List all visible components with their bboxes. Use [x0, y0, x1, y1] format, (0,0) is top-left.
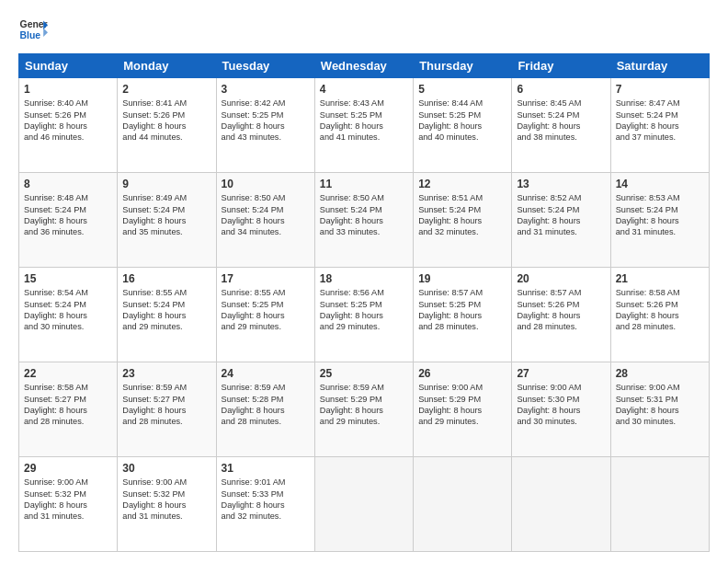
calendar-cell: 20Sunrise: 8:57 AM Sunset: 5:26 PM Dayli…	[512, 268, 610, 362]
day-number: 16	[122, 271, 210, 286]
day-number: 19	[418, 271, 506, 286]
calendar-cell: 1Sunrise: 8:40 AM Sunset: 5:26 PM Daylig…	[19, 78, 118, 173]
day-number: 28	[616, 366, 704, 381]
cell-details: Sunrise: 8:59 AM Sunset: 5:28 PM Dayligh…	[222, 382, 310, 428]
cell-details: Sunrise: 8:58 AM Sunset: 5:27 PM Dayligh…	[24, 382, 112, 428]
cell-details: Sunrise: 9:00 AM Sunset: 5:29 PM Dayligh…	[418, 382, 506, 428]
calendar-cell: 29Sunrise: 9:00 AM Sunset: 5:32 PM Dayli…	[19, 457, 118, 552]
calendar-cell: 24Sunrise: 8:59 AM Sunset: 5:28 PM Dayli…	[216, 362, 314, 457]
cell-details: Sunrise: 8:52 AM Sunset: 5:24 PM Dayligh…	[517, 192, 605, 238]
day-number: 7	[616, 82, 704, 97]
cell-details: Sunrise: 8:50 AM Sunset: 5:24 PM Dayligh…	[320, 192, 408, 238]
calendar-cell: 25Sunrise: 8:59 AM Sunset: 5:29 PM Dayli…	[314, 362, 413, 457]
cell-details: Sunrise: 8:55 AM Sunset: 5:25 PM Dayligh…	[222, 287, 310, 333]
cell-details: Sunrise: 8:57 AM Sunset: 5:25 PM Dayligh…	[418, 287, 506, 333]
weekday-header: Monday	[118, 54, 216, 78]
cell-details: Sunrise: 9:00 AM Sunset: 5:31 PM Dayligh…	[616, 382, 704, 428]
page: General Blue SundayMondayTuesdayWednesda…	[0, 0, 728, 563]
calendar-week-row: 8Sunrise: 8:48 AM Sunset: 5:24 PM Daylig…	[19, 173, 710, 268]
cell-details: Sunrise: 8:43 AM Sunset: 5:25 PM Dayligh…	[320, 98, 408, 144]
day-number: 17	[222, 271, 310, 286]
day-number: 14	[616, 177, 704, 191]
day-number: 5	[418, 82, 506, 97]
day-number: 8	[24, 177, 112, 191]
calendar-cell: 14Sunrise: 8:53 AM Sunset: 5:24 PM Dayli…	[610, 173, 709, 268]
day-number: 20	[517, 271, 605, 286]
day-number: 21	[616, 271, 704, 286]
day-number: 24	[222, 366, 310, 381]
logo-icon: General Blue	[18, 15, 48, 44]
day-number: 18	[320, 271, 408, 286]
day-number: 27	[517, 366, 605, 381]
calendar-cell: 15Sunrise: 8:54 AM Sunset: 5:24 PM Dayli…	[19, 268, 118, 362]
calendar-cell: 6Sunrise: 8:45 AM Sunset: 5:24 PM Daylig…	[512, 78, 610, 173]
calendar-cell: 4Sunrise: 8:43 AM Sunset: 5:25 PM Daylig…	[314, 78, 413, 173]
day-number: 6	[517, 82, 605, 97]
cell-details: Sunrise: 8:48 AM Sunset: 5:24 PM Dayligh…	[24, 192, 112, 238]
weekday-header: Sunday	[19, 54, 118, 78]
cell-details: Sunrise: 8:51 AM Sunset: 5:24 PM Dayligh…	[418, 192, 506, 238]
cell-details: Sunrise: 8:59 AM Sunset: 5:29 PM Dayligh…	[320, 382, 408, 428]
day-number: 12	[418, 177, 506, 191]
day-number: 4	[320, 82, 408, 97]
calendar-cell: 22Sunrise: 8:58 AM Sunset: 5:27 PM Dayli…	[19, 362, 118, 457]
day-number: 15	[24, 271, 112, 286]
cell-details: Sunrise: 8:54 AM Sunset: 5:24 PM Dayligh…	[24, 287, 112, 333]
calendar-table: SundayMondayTuesdayWednesdayThursdayFrid…	[18, 53, 710, 552]
day-number: 1	[24, 82, 112, 97]
cell-details: Sunrise: 8:55 AM Sunset: 5:24 PM Dayligh…	[122, 287, 210, 333]
cell-details: Sunrise: 8:44 AM Sunset: 5:25 PM Dayligh…	[418, 98, 506, 144]
calendar-week-row: 22Sunrise: 8:58 AM Sunset: 5:27 PM Dayli…	[19, 362, 710, 457]
day-number: 2	[122, 82, 210, 97]
calendar-cell: 16Sunrise: 8:55 AM Sunset: 5:24 PM Dayli…	[118, 268, 216, 362]
cell-details: Sunrise: 8:53 AM Sunset: 5:24 PM Dayligh…	[616, 192, 704, 238]
calendar-cell: 26Sunrise: 9:00 AM Sunset: 5:29 PM Dayli…	[414, 362, 512, 457]
calendar-cell: 8Sunrise: 8:48 AM Sunset: 5:24 PM Daylig…	[19, 173, 118, 268]
cell-details: Sunrise: 8:42 AM Sunset: 5:25 PM Dayligh…	[222, 98, 310, 144]
cell-details: Sunrise: 8:50 AM Sunset: 5:24 PM Dayligh…	[222, 192, 310, 238]
calendar-cell: 13Sunrise: 8:52 AM Sunset: 5:24 PM Dayli…	[512, 173, 610, 268]
calendar-week-row: 15Sunrise: 8:54 AM Sunset: 5:24 PM Dayli…	[19, 268, 710, 362]
header: General Blue	[18, 15, 710, 44]
day-number: 23	[122, 366, 210, 381]
day-number: 11	[320, 177, 408, 191]
calendar-cell: 10Sunrise: 8:50 AM Sunset: 5:24 PM Dayli…	[216, 173, 314, 268]
calendar-cell: 9Sunrise: 8:49 AM Sunset: 5:24 PM Daylig…	[118, 173, 216, 268]
cell-details: Sunrise: 8:57 AM Sunset: 5:26 PM Dayligh…	[517, 287, 605, 333]
weekday-header: Tuesday	[216, 54, 314, 78]
calendar-cell: 30Sunrise: 9:00 AM Sunset: 5:32 PM Dayli…	[118, 457, 216, 552]
calendar-cell: 11Sunrise: 8:50 AM Sunset: 5:24 PM Dayli…	[314, 173, 413, 268]
calendar-cell	[512, 457, 610, 552]
calendar-cell: 21Sunrise: 8:58 AM Sunset: 5:26 PM Dayli…	[610, 268, 709, 362]
day-number: 29	[24, 461, 112, 476]
cell-details: Sunrise: 8:59 AM Sunset: 5:27 PM Dayligh…	[122, 382, 210, 428]
calendar-cell: 5Sunrise: 8:44 AM Sunset: 5:25 PM Daylig…	[414, 78, 512, 173]
weekday-header: Wednesday	[314, 54, 413, 78]
day-number: 3	[222, 82, 310, 97]
cell-details: Sunrise: 8:45 AM Sunset: 5:24 PM Dayligh…	[517, 98, 605, 144]
cell-details: Sunrise: 8:49 AM Sunset: 5:24 PM Dayligh…	[122, 192, 210, 238]
calendar-cell: 28Sunrise: 9:00 AM Sunset: 5:31 PM Dayli…	[610, 362, 709, 457]
calendar-cell: 17Sunrise: 8:55 AM Sunset: 5:25 PM Dayli…	[216, 268, 314, 362]
cell-details: Sunrise: 8:47 AM Sunset: 5:24 PM Dayligh…	[616, 98, 704, 144]
weekday-header: Thursday	[414, 54, 512, 78]
calendar-cell: 18Sunrise: 8:56 AM Sunset: 5:25 PM Dayli…	[314, 268, 413, 362]
cell-details: Sunrise: 9:00 AM Sunset: 5:30 PM Dayligh…	[517, 382, 605, 428]
weekday-header: Friday	[512, 54, 610, 78]
calendar-header-row: SundayMondayTuesdayWednesdayThursdayFrid…	[19, 54, 710, 78]
day-number: 22	[24, 366, 112, 381]
calendar-cell	[414, 457, 512, 552]
day-number: 13	[517, 177, 605, 191]
cell-details: Sunrise: 8:58 AM Sunset: 5:26 PM Dayligh…	[616, 287, 704, 333]
day-number: 30	[122, 461, 210, 476]
calendar-week-row: 29Sunrise: 9:00 AM Sunset: 5:32 PM Dayli…	[19, 457, 710, 552]
cell-details: Sunrise: 9:00 AM Sunset: 5:32 PM Dayligh…	[24, 477, 112, 523]
cell-details: Sunrise: 9:01 AM Sunset: 5:33 PM Dayligh…	[222, 477, 310, 523]
cell-details: Sunrise: 8:40 AM Sunset: 5:26 PM Dayligh…	[24, 98, 112, 144]
calendar-cell	[610, 457, 709, 552]
cell-details: Sunrise: 8:56 AM Sunset: 5:25 PM Dayligh…	[320, 287, 408, 333]
logo: General Blue	[18, 15, 48, 44]
day-number: 9	[122, 177, 210, 191]
calendar-cell: 7Sunrise: 8:47 AM Sunset: 5:24 PM Daylig…	[610, 78, 709, 173]
cell-details: Sunrise: 8:41 AM Sunset: 5:26 PM Dayligh…	[122, 98, 210, 144]
